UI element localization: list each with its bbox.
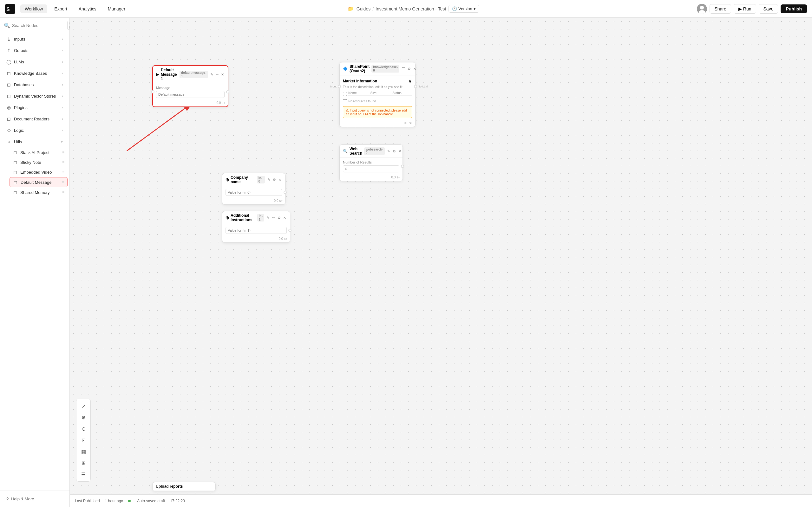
settings-icon[interactable]: ⚙ (272, 177, 276, 182)
sidebar-item-databases[interactable]: ◻Databases › (2, 79, 67, 90)
topbar-right: Share ▶ Run Save Publish (697, 4, 807, 14)
breadcrumb-separator: / (372, 6, 374, 11)
node-footer-websearch: 0.0 s+ (340, 175, 403, 181)
canvas[interactable]: ▶ Default Message 1 defaultmessage-1 ✎ ✏… (70, 18, 812, 507)
breadcrumb-parent[interactable]: Guides (357, 6, 370, 11)
save-button[interactable]: Save (759, 4, 778, 14)
node-additional-instructions: ◎ Additional instructions in-1 ✎ ✏ ⚙ ✕ 0… (222, 211, 290, 243)
drag-icon: ≡ (62, 180, 64, 184)
sidebar-item-utils[interactable]: ○Utils ∨ (2, 136, 67, 147)
tab-analytics[interactable]: Analytics (74, 4, 101, 13)
node-footer-additional: 0.0 s+ (222, 236, 290, 242)
edit-icon[interactable]: ✎ (210, 72, 214, 77)
close-icon[interactable]: ✕ (278, 177, 282, 182)
clock-icon: 🕐 (452, 6, 457, 11)
edit-icon[interactable]: ✎ (267, 177, 271, 182)
gear-icon[interactable]: ⚙ (407, 66, 411, 72)
sidebar-item-knowledge-bases[interactable]: ◻Knowledge Bases › (2, 68, 67, 78)
edit-icon[interactable]: ✎ (387, 149, 391, 154)
play-icon: ▶ (739, 6, 742, 11)
close-icon[interactable]: ✕ (413, 66, 417, 72)
sidebar-subitem-shared-memory[interactable]: ◻Shared Memory ≡ (9, 187, 67, 197)
close-icon[interactable]: ✕ (398, 149, 402, 154)
share-button[interactable]: Share (710, 4, 731, 14)
node-input-default-message[interactable] (156, 91, 224, 98)
gear-icon[interactable]: ⚙ (392, 149, 397, 154)
node-port-input (338, 85, 341, 88)
sidebar-item-plugins[interactable]: ◎Plugins › (2, 102, 67, 113)
logo: S (5, 4, 15, 14)
sidebar-subitem-default-message[interactable]: ◻Default Message ≡ (9, 177, 67, 187)
company-name-input[interactable] (225, 189, 282, 196)
sidebar-item-inputs[interactable]: ⤓Inputs › (2, 34, 67, 44)
additional-instructions-input[interactable] (225, 227, 287, 234)
tab-export[interactable]: Export (50, 4, 71, 13)
knowledge-bases-icon: ◻ (6, 71, 11, 76)
utils-icon: ○ (6, 139, 11, 144)
sidebar-item-outputs[interactable]: ⤒Outputs › (2, 45, 67, 56)
node-title-upload: Upload reports (156, 484, 183, 489)
node-body-sharepoint: Market information ∨ This is the descrip… (340, 75, 415, 121)
chevron-right-icon: › (62, 71, 63, 75)
websearch-value-input[interactable] (343, 165, 399, 172)
node-title-additional: Additional instructions (231, 213, 255, 222)
topbar: S Workflow Export Analytics Manager 📁 Gu… (0, 0, 812, 18)
edit-icon[interactable]: ✎ (266, 215, 270, 221)
version-label: Version (458, 6, 472, 11)
sidebar-bottom: ? Help & More (0, 491, 69, 507)
help-button[interactable]: ? Help & More (4, 495, 66, 503)
statusbar: Last Published 1 hour ago Auto-saved dra… (70, 494, 812, 507)
node-header-default-message: ▶ Default Message 1 defaultmessage-1 ✎ ✏… (153, 66, 228, 83)
close-icon[interactable]: ✕ (283, 215, 287, 221)
pencil-icon[interactable]: ✏ (271, 215, 275, 221)
tool-fit[interactable]: ⊡ (78, 435, 89, 445)
chevron-down-icon: ▾ (473, 6, 476, 11)
input-icon: ◎ (225, 216, 229, 220)
sidebar-subitem-embedded-video[interactable]: ◻Embedded Video ≡ (9, 167, 67, 177)
run-button[interactable]: ▶ Run (734, 4, 756, 14)
node-footer-default-message: 0.0 s+ (153, 101, 228, 107)
pencil-icon[interactable]: ✏ (215, 72, 219, 77)
sidebar-item-llms[interactable]: ◯LLMs › (2, 56, 67, 67)
version-button[interactable]: 🕐 Version ▾ (449, 5, 479, 13)
sidebar-subitem-sticky-note[interactable]: ◻Sticky Note ≡ (9, 158, 67, 167)
play-icon: ▶ (156, 72, 159, 77)
node-upload-reports: Upload reports (152, 482, 216, 491)
publish-button[interactable]: Publish (780, 4, 807, 13)
node-header-company-name: ◎ Company name in-0 ✎ ⚙ ✕ (222, 173, 285, 186)
sidebar-item-logic[interactable]: ◇Logic › (2, 125, 67, 135)
warning-icon: ⚠ (346, 108, 349, 112)
market-title: Market information (343, 79, 377, 83)
settings-icon[interactable]: ☰ (401, 66, 406, 72)
node-port-right (401, 165, 404, 168)
tool-zoom-out[interactable]: ⊖ (78, 424, 89, 434)
node-port-output (414, 85, 417, 88)
plugins-icon: ◎ (6, 105, 11, 110)
tool-apps[interactable]: ⊞ (78, 458, 89, 468)
search-input[interactable] (12, 23, 65, 28)
tool-grid[interactable]: ▦ (78, 447, 89, 457)
node-badge-additional: in-1 (257, 214, 264, 222)
chevron-right-icon: › (62, 94, 63, 98)
search-shortcut: Ctrl K (67, 21, 70, 30)
shared-memory-icon: ◻ (13, 190, 18, 195)
tab-manager[interactable]: Manager (103, 4, 130, 13)
expand-icon[interactable]: ∨ (408, 78, 412, 84)
sharepoint-icon: 🔷 (343, 66, 348, 71)
node-sharepoint: 🔷 SharePoint (Oauth2) knowledgebase-0 ☰ … (339, 62, 415, 127)
tool-select[interactable]: ↗ (78, 401, 89, 411)
tab-workflow[interactable]: Workflow (20, 4, 47, 13)
sidebar-item-document-readers[interactable]: ◻Document Readers › (2, 113, 67, 124)
tool-layers[interactable]: ☰ (78, 469, 89, 480)
tool-zoom-in[interactable]: ⊕ (78, 412, 89, 422)
node-badge-sharepoint: knowledgebase-0 (371, 65, 399, 72)
checkbox-empty[interactable] (343, 99, 347, 103)
drag-icon: ≡ (62, 170, 64, 174)
sidebar-subitem-stack-ai-project[interactable]: ◻Stack AI Project ≡ (9, 148, 67, 157)
close-icon[interactable]: ✕ (220, 72, 224, 77)
chevron-right-icon: › (62, 60, 63, 64)
checkbox-name[interactable] (343, 92, 347, 96)
svg-line-6 (127, 103, 192, 151)
settings-icon[interactable]: ⚙ (277, 215, 281, 221)
sidebar-item-dynamic-vector-stores[interactable]: ◻Dynamic Vector Stores › (2, 91, 67, 101)
